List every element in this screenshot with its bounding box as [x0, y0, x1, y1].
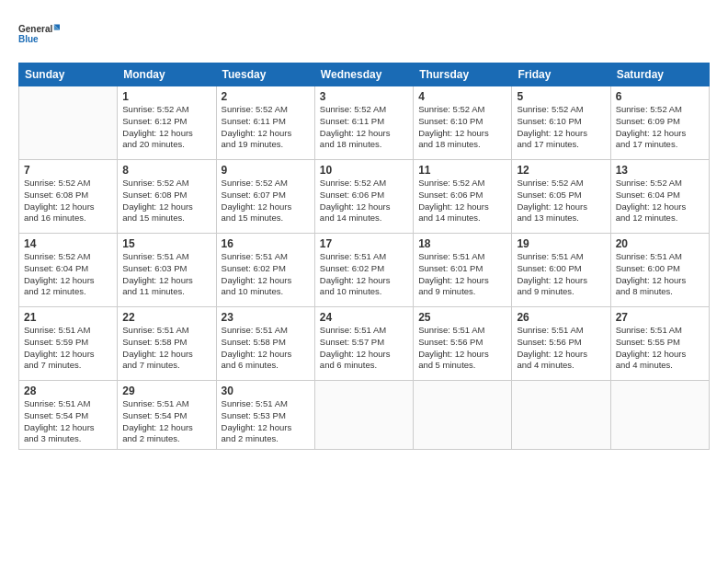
day-number: 28: [24, 385, 112, 397]
day-number: 19: [517, 237, 605, 250]
calendar-cell: 29Sunrise: 5:51 AM Sunset: 5:54 PM Dayli…: [118, 381, 216, 450]
calendar-cell: [19, 86, 118, 160]
day-number: 30: [222, 385, 310, 397]
day-info: Sunrise: 5:51 AM Sunset: 5:53 PM Dayligh…: [222, 398, 310, 445]
calendar-cell: 19Sunrise: 5:51 AM Sunset: 6:00 PM Dayli…: [512, 234, 610, 307]
calendar-cell: 15Sunrise: 5:51 AM Sunset: 6:03 PM Dayli…: [118, 234, 216, 307]
calendar-cell: 4Sunrise: 5:52 AM Sunset: 6:10 PM Daylig…: [414, 86, 512, 160]
calendar-header-saturday: Saturday: [610, 63, 709, 86]
day-info: Sunrise: 5:51 AM Sunset: 5:59 PM Dayligh…: [24, 325, 112, 372]
calendar-cell: 16Sunrise: 5:51 AM Sunset: 6:02 PM Dayli…: [216, 234, 314, 307]
day-info: Sunrise: 5:51 AM Sunset: 6:00 PM Dayligh…: [517, 251, 605, 298]
day-info: Sunrise: 5:51 AM Sunset: 6:01 PM Dayligh…: [418, 251, 506, 298]
calendar-cell: 8Sunrise: 5:52 AM Sunset: 6:08 PM Daylig…: [118, 160, 216, 234]
calendar-cell: 24Sunrise: 5:51 AM Sunset: 5:57 PM Dayli…: [314, 307, 413, 381]
day-info: Sunrise: 5:51 AM Sunset: 5:55 PM Dayligh…: [616, 325, 704, 372]
day-number: 20: [616, 237, 704, 250]
calendar-cell: 28Sunrise: 5:51 AM Sunset: 5:54 PM Dayli…: [19, 381, 118, 450]
calendar-cell: 27Sunrise: 5:51 AM Sunset: 5:55 PM Dayli…: [610, 307, 709, 381]
calendar-cell: 26Sunrise: 5:51 AM Sunset: 5:56 PM Dayli…: [512, 307, 610, 381]
calendar-cell: 6Sunrise: 5:52 AM Sunset: 6:09 PM Daylig…: [610, 86, 709, 160]
calendar-week-row: 1Sunrise: 5:52 AM Sunset: 6:12 PM Daylig…: [19, 86, 710, 160]
day-number: 29: [122, 385, 210, 397]
calendar-header-friday: Friday: [512, 63, 610, 86]
calendar-header-row: SundayMondayTuesdayWednesdayThursdayFrid…: [19, 63, 710, 86]
logo: General Blue: [18, 15, 64, 53]
day-number: 9: [222, 164, 310, 177]
day-number: 4: [418, 90, 506, 103]
calendar-week-row: 7Sunrise: 5:52 AM Sunset: 6:08 PM Daylig…: [19, 160, 710, 234]
day-number: 24: [320, 311, 408, 324]
calendar-header-thursday: Thursday: [414, 63, 512, 86]
calendar-cell: 25Sunrise: 5:51 AM Sunset: 5:56 PM Dayli…: [414, 307, 512, 381]
calendar-header-monday: Monday: [118, 63, 216, 86]
day-info: Sunrise: 5:52 AM Sunset: 6:11 PM Dayligh…: [320, 104, 408, 151]
calendar-cell: 17Sunrise: 5:51 AM Sunset: 6:02 PM Dayli…: [314, 234, 413, 307]
day-number: 14: [24, 237, 112, 250]
day-info: Sunrise: 5:51 AM Sunset: 5:54 PM Dayligh…: [24, 398, 112, 445]
calendar-cell: 20Sunrise: 5:51 AM Sunset: 6:00 PM Dayli…: [610, 234, 709, 307]
day-info: Sunrise: 5:52 AM Sunset: 6:11 PM Dayligh…: [222, 104, 310, 151]
calendar-week-row: 14Sunrise: 5:52 AM Sunset: 6:04 PM Dayli…: [19, 234, 710, 307]
calendar-week-row: 28Sunrise: 5:51 AM Sunset: 5:54 PM Dayli…: [19, 381, 710, 450]
day-info: Sunrise: 5:52 AM Sunset: 6:06 PM Dayligh…: [320, 178, 408, 224]
day-info: Sunrise: 5:52 AM Sunset: 6:06 PM Dayligh…: [418, 178, 506, 224]
day-number: 18: [418, 237, 506, 250]
day-number: 27: [616, 311, 704, 324]
day-info: Sunrise: 5:51 AM Sunset: 5:58 PM Dayligh…: [222, 325, 310, 372]
day-number: 22: [122, 311, 210, 324]
calendar-cell: [314, 381, 413, 450]
calendar-week-row: 21Sunrise: 5:51 AM Sunset: 5:59 PM Dayli…: [19, 307, 710, 381]
day-number: 7: [24, 164, 112, 177]
day-number: 21: [24, 311, 112, 324]
day-number: 6: [616, 90, 704, 103]
day-info: Sunrise: 5:51 AM Sunset: 6:03 PM Dayligh…: [122, 251, 210, 298]
calendar-cell: 1Sunrise: 5:52 AM Sunset: 6:12 PM Daylig…: [118, 86, 216, 160]
day-info: Sunrise: 5:52 AM Sunset: 6:04 PM Dayligh…: [616, 178, 704, 224]
calendar-header-sunday: Sunday: [19, 63, 118, 86]
day-number: 5: [517, 90, 605, 103]
day-number: 25: [418, 311, 506, 324]
day-info: Sunrise: 5:52 AM Sunset: 6:08 PM Dayligh…: [122, 178, 210, 224]
svg-text:Blue: Blue: [18, 34, 39, 44]
calendar: SundayMondayTuesdayWednesdayThursdayFrid…: [18, 63, 710, 450]
day-number: 15: [122, 237, 210, 250]
calendar-header-wednesday: Wednesday: [314, 63, 413, 86]
calendar-cell: 3Sunrise: 5:52 AM Sunset: 6:11 PM Daylig…: [314, 86, 413, 160]
day-number: 11: [418, 164, 506, 177]
day-info: Sunrise: 5:51 AM Sunset: 5:54 PM Dayligh…: [122, 398, 210, 445]
calendar-cell: 11Sunrise: 5:52 AM Sunset: 6:06 PM Dayli…: [414, 160, 512, 234]
day-info: Sunrise: 5:51 AM Sunset: 6:02 PM Dayligh…: [320, 251, 408, 298]
calendar-cell: 2Sunrise: 5:52 AM Sunset: 6:11 PM Daylig…: [216, 86, 314, 160]
day-info: Sunrise: 5:52 AM Sunset: 6:09 PM Dayligh…: [616, 104, 704, 151]
day-number: 12: [517, 164, 605, 177]
calendar-cell: 12Sunrise: 5:52 AM Sunset: 6:05 PM Dayli…: [512, 160, 610, 234]
calendar-cell: 21Sunrise: 5:51 AM Sunset: 5:59 PM Dayli…: [19, 307, 118, 381]
calendar-cell: 14Sunrise: 5:52 AM Sunset: 6:04 PM Dayli…: [19, 234, 118, 307]
day-number: 23: [222, 311, 310, 324]
day-info: Sunrise: 5:52 AM Sunset: 6:10 PM Dayligh…: [517, 104, 605, 151]
logo-svg: General Blue: [18, 15, 64, 53]
day-number: 8: [122, 164, 210, 177]
calendar-cell: 5Sunrise: 5:52 AM Sunset: 6:10 PM Daylig…: [512, 86, 610, 160]
day-number: 3: [320, 90, 408, 103]
calendar-cell: 9Sunrise: 5:52 AM Sunset: 6:07 PM Daylig…: [216, 160, 314, 234]
calendar-cell: 30Sunrise: 5:51 AM Sunset: 5:53 PM Dayli…: [216, 381, 314, 450]
calendar-cell: [414, 381, 512, 450]
day-info: Sunrise: 5:51 AM Sunset: 5:56 PM Dayligh…: [517, 325, 605, 372]
calendar-cell: 18Sunrise: 5:51 AM Sunset: 6:01 PM Dayli…: [414, 234, 512, 307]
calendar-header-tuesday: Tuesday: [216, 63, 314, 86]
day-info: Sunrise: 5:51 AM Sunset: 5:56 PM Dayligh…: [418, 325, 506, 372]
calendar-cell: 13Sunrise: 5:52 AM Sunset: 6:04 PM Dayli…: [610, 160, 709, 234]
calendar-cell: [610, 381, 709, 450]
calendar-cell: 22Sunrise: 5:51 AM Sunset: 5:58 PM Dayli…: [118, 307, 216, 381]
calendar-cell: 10Sunrise: 5:52 AM Sunset: 6:06 PM Dayli…: [314, 160, 413, 234]
day-info: Sunrise: 5:52 AM Sunset: 6:07 PM Dayligh…: [222, 178, 310, 224]
day-info: Sunrise: 5:52 AM Sunset: 6:12 PM Dayligh…: [122, 104, 210, 151]
svg-text:General: General: [18, 24, 52, 34]
day-number: 10: [320, 164, 408, 177]
day-info: Sunrise: 5:51 AM Sunset: 6:02 PM Dayligh…: [222, 251, 310, 298]
calendar-cell: [512, 381, 610, 450]
day-info: Sunrise: 5:52 AM Sunset: 6:08 PM Dayligh…: [24, 178, 112, 224]
day-number: 17: [320, 237, 408, 250]
